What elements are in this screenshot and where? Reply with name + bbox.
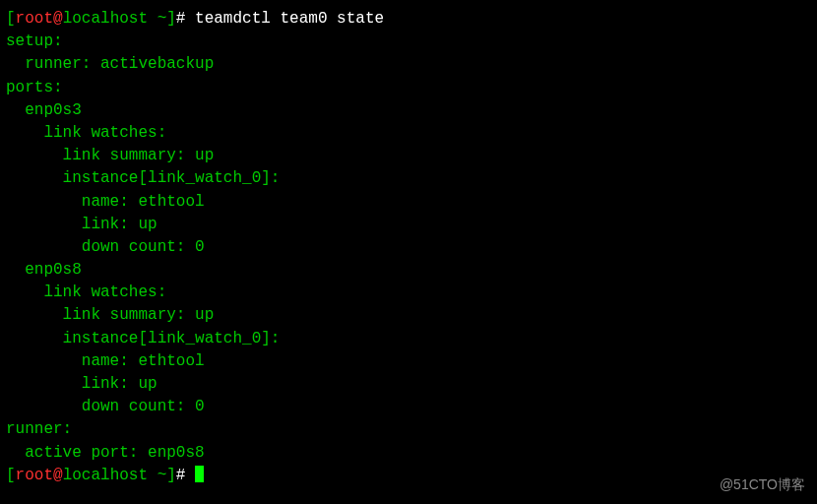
- output-runner: runner:: [6, 418, 811, 441]
- watermark: @51CTO博客: [720, 474, 805, 494]
- output-port2-link: link: up: [6, 373, 811, 396]
- output-port1-watches: link watches:: [6, 122, 811, 145]
- output-active-port: active port: enp0s8: [6, 442, 811, 465]
- output-port2-name: enp0s8: [6, 259, 811, 282]
- prompt-at: @: [53, 10, 63, 28]
- prompt-path: ~: [148, 10, 166, 28]
- output-port2-iname: name: ethtool: [6, 350, 811, 373]
- bracket-open: [: [6, 10, 16, 28]
- output-port1-down: down count: 0: [6, 236, 811, 259]
- output-runner-line: runner: activebackup: [6, 53, 811, 76]
- prompt-host: localhost: [63, 10, 148, 28]
- prompt-hash: #: [176, 10, 195, 28]
- prompt-user-2: root: [16, 467, 53, 484]
- prompt-line-1: [root@localhost ~]# teamdctl team0 state: [6, 8, 811, 31]
- output-port1-name: enp0s3: [6, 99, 811, 122]
- prompt-user: root: [16, 10, 53, 28]
- output-port2-watches: link watches:: [6, 282, 811, 304]
- output-port1-summary: link summary: up: [6, 145, 811, 167]
- output-setup: setup:: [6, 31, 811, 53]
- prompt-at-2: @: [53, 467, 63, 484]
- output-port2-down: down count: 0: [6, 396, 811, 418]
- output-port2-summary: link summary: up: [6, 304, 811, 327]
- output-port1-iname: name: ethtool: [6, 191, 811, 214]
- prompt-host-2: localhost: [63, 467, 148, 484]
- output-port1-instance: instance[link_watch_0]:: [6, 167, 811, 190]
- bracket-open-2: [: [6, 467, 16, 484]
- bracket-close: ]: [166, 10, 176, 28]
- prompt-line-2[interactable]: [root@localhost ~]#: [6, 465, 811, 487]
- output-port1-link: link: up: [6, 214, 811, 236]
- command-text: teamdctl team0 state: [195, 10, 384, 28]
- output-port2-instance: instance[link_watch_0]:: [6, 328, 811, 350]
- prompt-hash-2: #: [176, 467, 195, 484]
- bracket-close-2: ]: [166, 467, 176, 484]
- prompt-path-2: ~: [148, 467, 166, 484]
- output-ports: ports:: [6, 77, 811, 99]
- terminal[interactable]: [root@localhost ~]# teamdctl team0 state…: [6, 8, 811, 487]
- cursor: [195, 466, 204, 482]
